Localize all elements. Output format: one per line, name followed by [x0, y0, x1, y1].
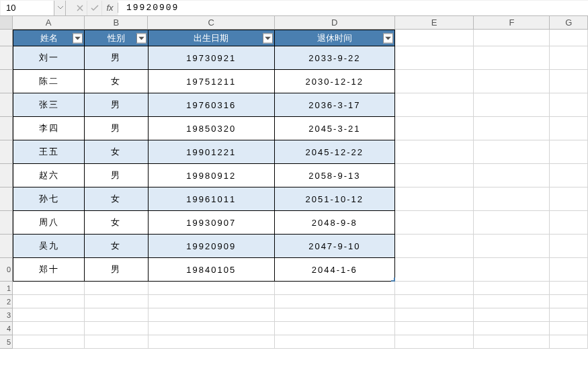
- data-cell[interactable]: 2047-9-10: [275, 235, 395, 258]
- empty-cell[interactable]: [395, 93, 474, 117]
- empty-cell[interactable]: [395, 46, 474, 70]
- empty-cell[interactable]: [550, 93, 588, 117]
- empty-cell[interactable]: [550, 308, 588, 322]
- data-cell[interactable]: 张三: [13, 93, 85, 117]
- data-cell[interactable]: 19760316: [149, 93, 275, 117]
- row-header[interactable]: 2: [0, 295, 13, 308]
- empty-cell[interactable]: [474, 164, 550, 187]
- filter-button[interactable]: [383, 33, 393, 43]
- empty-cell[interactable]: [474, 211, 550, 235]
- empty-cell[interactable]: [395, 70, 474, 93]
- empty-cell[interactable]: [474, 322, 550, 335]
- row-header[interactable]: 3: [0, 308, 13, 322]
- cancel-button[interactable]: [73, 1, 87, 15]
- empty-cell[interactable]: [550, 282, 588, 295]
- confirm-button[interactable]: [87, 1, 102, 15]
- data-cell[interactable]: 19901221: [149, 140, 275, 164]
- header-cell[interactable]: 性别: [85, 30, 148, 46]
- empty-cell[interactable]: [149, 308, 275, 322]
- name-box[interactable]: 10: [1, 1, 54, 15]
- empty-cell[interactable]: [149, 282, 275, 295]
- data-cell[interactable]: 周八: [13, 211, 85, 235]
- filter-button[interactable]: [73, 33, 83, 43]
- empty-cell[interactable]: [149, 322, 275, 335]
- col-header-g[interactable]: G: [550, 16, 588, 30]
- data-cell[interactable]: 19850320: [149, 117, 275, 140]
- row-header[interactable]: 0: [0, 258, 13, 282]
- header-cell[interactable]: 姓名: [13, 30, 85, 46]
- empty-cell[interactable]: [13, 335, 85, 349]
- empty-cell[interactable]: [395, 211, 474, 235]
- empty-cell[interactable]: [474, 295, 550, 308]
- empty-cell[interactable]: [395, 30, 474, 46]
- row-header[interactable]: [0, 140, 13, 164]
- data-cell[interactable]: 男: [85, 164, 148, 187]
- empty-cell[interactable]: [13, 308, 85, 322]
- row-header[interactable]: [0, 211, 13, 235]
- empty-cell[interactable]: [474, 70, 550, 93]
- data-cell[interactable]: 19920909: [149, 235, 275, 258]
- empty-cell[interactable]: [474, 258, 550, 282]
- data-cell[interactable]: 2044-1-6: [275, 258, 395, 282]
- empty-cell[interactable]: [275, 322, 395, 335]
- empty-cell[interactable]: [550, 235, 588, 258]
- empty-cell[interactable]: [474, 93, 550, 117]
- data-cell[interactable]: 2045-3-21: [275, 117, 395, 140]
- empty-cell[interactable]: [85, 308, 148, 322]
- data-cell[interactable]: 19730921: [149, 46, 275, 70]
- col-header-d[interactable]: D: [275, 16, 395, 30]
- empty-cell[interactable]: [550, 258, 588, 282]
- empty-cell[interactable]: [550, 322, 588, 335]
- empty-cell[interactable]: [275, 335, 395, 349]
- empty-cell[interactable]: [474, 30, 550, 46]
- data-cell[interactable]: 19751211: [149, 70, 275, 93]
- empty-cell[interactable]: [395, 187, 474, 211]
- empty-cell[interactable]: [395, 117, 474, 140]
- empty-cell[interactable]: [474, 187, 550, 211]
- col-header-b[interactable]: B: [85, 16, 148, 30]
- empty-cell[interactable]: [13, 295, 85, 308]
- filter-button[interactable]: [263, 33, 273, 43]
- data-cell[interactable]: 2045-12-22: [275, 140, 395, 164]
- empty-cell[interactable]: [550, 117, 588, 140]
- data-cell[interactable]: 女: [85, 140, 148, 164]
- empty-cell[interactable]: [395, 295, 474, 308]
- data-cell[interactable]: 2033-9-22: [275, 46, 395, 70]
- empty-cell[interactable]: [395, 322, 474, 335]
- empty-cell[interactable]: [13, 282, 85, 295]
- data-cell[interactable]: 李四: [13, 117, 85, 140]
- header-cell[interactable]: 出生日期: [149, 30, 275, 46]
- data-cell[interactable]: 陈二: [13, 70, 85, 93]
- filter-button[interactable]: [136, 33, 146, 43]
- empty-cell[interactable]: [275, 295, 395, 308]
- data-cell[interactable]: 郑十: [13, 258, 85, 282]
- data-cell[interactable]: 19840105: [149, 258, 275, 282]
- formula-input[interactable]: 19920909: [118, 1, 588, 15]
- empty-cell[interactable]: [85, 282, 148, 295]
- empty-cell[interactable]: [395, 282, 474, 295]
- empty-cell[interactable]: [550, 187, 588, 211]
- empty-cell[interactable]: [550, 70, 588, 93]
- empty-cell[interactable]: [275, 308, 395, 322]
- data-cell[interactable]: 王五: [13, 140, 85, 164]
- data-cell[interactable]: 女: [85, 235, 148, 258]
- data-cell[interactable]: 2058-9-13: [275, 164, 395, 187]
- row-header[interactable]: 4: [0, 322, 13, 335]
- empty-cell[interactable]: [550, 295, 588, 308]
- col-header-e[interactable]: E: [395, 16, 474, 30]
- empty-cell[interactable]: [474, 117, 550, 140]
- col-header-c[interactable]: C: [148, 16, 274, 30]
- empty-cell[interactable]: [395, 335, 474, 349]
- data-cell[interactable]: 女: [85, 211, 148, 235]
- row-header[interactable]: [0, 187, 13, 211]
- select-all-corner[interactable]: [0, 16, 13, 30]
- empty-cell[interactable]: [85, 335, 148, 349]
- empty-cell[interactable]: [550, 164, 588, 187]
- data-cell[interactable]: 2051-10-12: [275, 187, 395, 211]
- row-header[interactable]: [0, 164, 13, 187]
- row-header[interactable]: [0, 117, 13, 140]
- data-cell[interactable]: 男: [85, 258, 148, 282]
- empty-cell[interactable]: [550, 46, 588, 70]
- empty-cell[interactable]: [149, 295, 275, 308]
- header-cell[interactable]: 退休时间: [275, 30, 395, 46]
